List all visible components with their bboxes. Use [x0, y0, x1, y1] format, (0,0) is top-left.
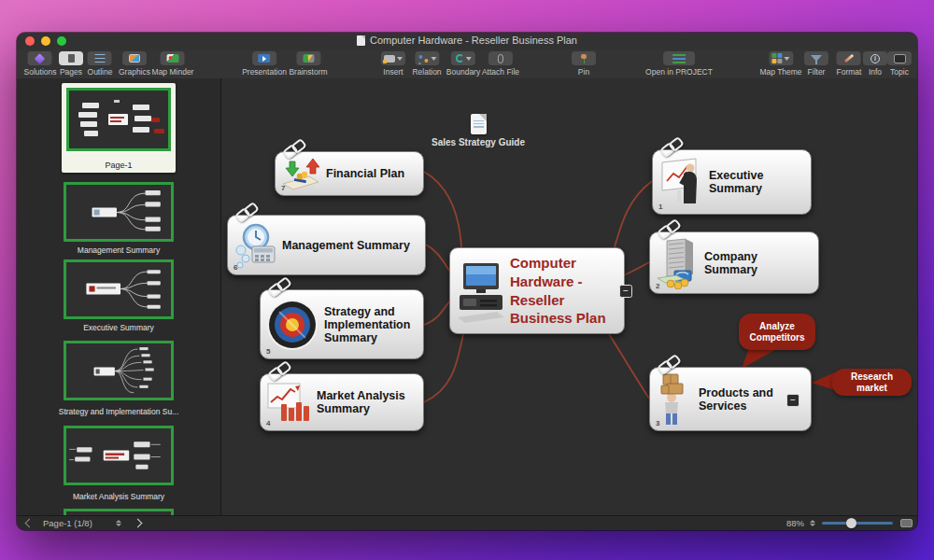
chevron-down-icon	[465, 57, 471, 61]
page-stepper[interactable]	[116, 516, 121, 530]
topic-number: 5	[266, 347, 270, 356]
toolbar-button-format[interactable]: Format	[837, 51, 862, 77]
toolbar-button-map-theme[interactable]: Map Theme	[759, 51, 801, 77]
toolbar-label: Boundary	[446, 68, 480, 77]
paperclip-icon	[488, 51, 513, 65]
toolbar-button-open-in-project[interactable]: Open in PROJECT	[645, 51, 713, 77]
page-thumbnail-partial[interactable]	[64, 509, 174, 515]
page-thumbnail-preview	[66, 88, 171, 151]
page-thumbnail-label: Management Summary	[17, 245, 220, 255]
toolbar-button-topic[interactable]: Topic	[887, 51, 912, 77]
topic-number: 6	[234, 263, 237, 272]
page-thumbnail-label: Executive Summary	[17, 323, 220, 332]
topic-strategy-implementation-summary[interactable]: 5 Strategy and Implementation Summary	[260, 289, 424, 359]
monitor-icon	[900, 519, 913, 527]
toolbar-label: Attach File	[482, 68, 519, 77]
zoom-slider-track[interactable]	[822, 522, 893, 525]
presentation-icon	[252, 51, 276, 65]
toolbar-label: Relation	[412, 68, 441, 77]
toolbar-label: Format	[837, 68, 862, 77]
toolbar-button-graphics[interactable]: Graphics	[119, 51, 150, 77]
boxes-person-icon	[656, 372, 693, 427]
toolbar-label: Map Minder	[152, 68, 194, 77]
topic-number: 4	[266, 419, 270, 427]
callout-analyze-competitors[interactable]: Analyze Competitors	[739, 314, 815, 350]
toolbar-label: Outline	[88, 68, 113, 77]
toolbar-label: Pages	[60, 68, 82, 77]
brainstorm-icon	[296, 51, 320, 65]
hyperlink-chain-icon	[658, 356, 683, 371]
toolbar-label: Insert	[383, 68, 403, 77]
toolbar-label: Open in PROJECT	[645, 68, 713, 77]
pen-icon	[837, 51, 861, 65]
topic-financial-plan[interactable]: 7 Financial Plan	[275, 151, 424, 196]
fit-to-window-button[interactable]	[900, 516, 913, 530]
map-minder-icon	[161, 51, 185, 65]
topic-company-summary[interactable]: 2 Com	[649, 231, 819, 294]
toolbar-button-insert[interactable]: Insert	[381, 51, 405, 77]
toolbar-label: Map Theme	[759, 68, 801, 77]
topic-management-summary[interactable]: 6 Management Summary	[227, 215, 426, 275]
hyperlink-chain-icon	[236, 203, 261, 219]
page-thumbnail-selected[interactable]: Page-1	[62, 83, 176, 173]
toolbar-label: Graphics	[119, 68, 150, 77]
topic-label: Management Summary	[282, 239, 410, 252]
insert-icon	[381, 51, 405, 65]
page-thumbnail-label: Strategy and Implementation Su...	[17, 407, 220, 416]
hyperlink-chain-icon	[269, 278, 293, 294]
toolbar-button-attach-file[interactable]: Attach File	[482, 51, 519, 77]
mindmap-canvas[interactable]: Sales Strategy Guide	[222, 78, 917, 515]
toolbar-label: Info	[869, 68, 882, 77]
prev-page-button[interactable]	[26, 516, 33, 530]
toolbar-button-filter[interactable]: Filter	[804, 51, 828, 77]
toolbar-button-presentation[interactable]: Presentation	[242, 51, 287, 77]
topic-number: 1	[658, 203, 662, 211]
toolbar-button-solutions[interactable]: Solutions	[24, 51, 57, 77]
next-page-button[interactable]	[134, 516, 141, 530]
zoom-stepper[interactable]	[810, 516, 815, 530]
titlebar: Computer Hardware - Reseller Business Pl…	[17, 33, 917, 49]
collapse-button[interactable]	[619, 285, 632, 298]
page-thumbnail[interactable]	[64, 341, 174, 400]
callout-research-market[interactable]: Research market	[832, 369, 912, 396]
clock-calculator-icon	[234, 221, 276, 270]
topic-label: Executive Summary	[709, 169, 803, 195]
topic-label: Strategy and Implementation Summary	[324, 305, 416, 344]
hyperlink-chain-icon	[661, 138, 686, 154]
toolbar-button-pages[interactable]: Pages	[59, 51, 83, 77]
chevron-down-icon	[784, 57, 789, 61]
topic-market-analysis-summary[interactable]: 4 Market Analysis Summary	[260, 373, 424, 431]
money-arrows-icon	[281, 157, 320, 190]
zoom-slider[interactable]	[822, 516, 893, 530]
solutions-icon	[28, 51, 52, 65]
toolbar-button-brainstorm[interactable]: Brainstorm	[289, 51, 327, 77]
page-thumbnail[interactable]	[64, 182, 174, 242]
desktop-wallpaper: Computer Hardware - Reseller Business Pl…	[0, 0, 934, 560]
toolbar-label: Presentation	[242, 68, 287, 77]
central-topic[interactable]: Computer Hardware - Reseller Business Pl…	[449, 247, 625, 334]
topic-executive-summary[interactable]: 1 Executive Summary	[652, 149, 812, 215]
toolbar-button-map-minder[interactable]: Map Minder	[152, 51, 194, 77]
toolbar-button-pin[interactable]: Pin	[572, 51, 596, 77]
page-thumbnail[interactable]	[64, 259, 174, 319]
callout-label: Research market	[839, 371, 905, 394]
theme-icon	[769, 51, 793, 65]
toolbar-button-boundary[interactable]: Boundary	[446, 51, 480, 77]
computer-icon	[456, 258, 504, 325]
toolbar-button-info[interactable]: i Info	[863, 51, 887, 77]
collapse-button[interactable]	[786, 394, 800, 407]
app-window: Computer Hardware - Reseller Business Pl…	[17, 33, 917, 530]
topic-icon	[887, 51, 912, 65]
attachment-sales-strategy-guide[interactable]: Sales Strategy Guide	[433, 114, 523, 147]
toolbar-label: Topic	[890, 68, 909, 77]
zoom-slider-thumb[interactable]	[846, 518, 856, 528]
page-thumbnail[interactable]	[64, 426, 174, 485]
page-thumbnail-label: Page-1	[62, 161, 176, 170]
toolbar-label: Solutions	[24, 68, 57, 77]
toolbar-button-relation[interactable]: Relation	[412, 51, 441, 77]
toolbar: Solutions Pages Outline Graphics Map Min…	[17, 49, 917, 79]
relation-icon	[415, 51, 439, 65]
hyperlink-chain-icon	[269, 362, 293, 378]
boundary-icon	[451, 51, 475, 65]
toolbar-button-outline[interactable]: Outline	[88, 51, 113, 77]
